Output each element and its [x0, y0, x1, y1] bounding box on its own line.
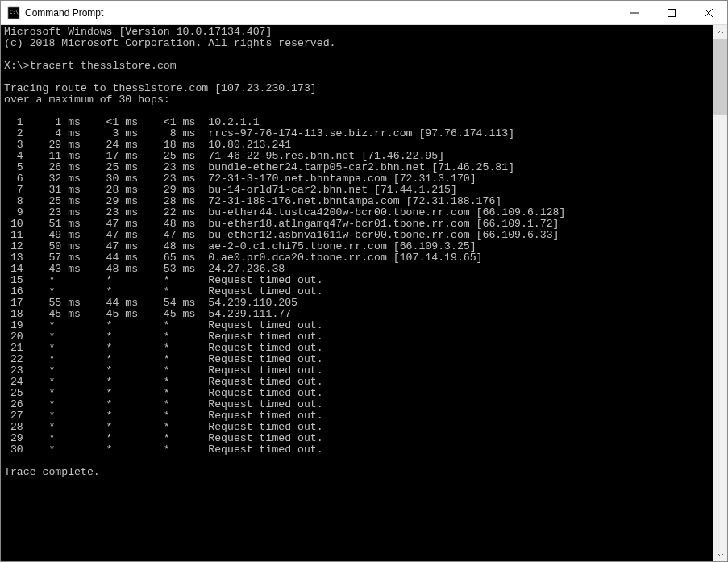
svg-rect-4 — [668, 9, 676, 16]
scroll-down-icon[interactable] — [713, 547, 727, 561]
titlebar[interactable]: C:\ Command Prompt — [1, 1, 727, 25]
svg-text:C:\: C:\ — [10, 9, 19, 15]
window-controls — [616, 1, 727, 24]
command-prompt-window: C:\ Command Prompt Microsoft Windows [Ve… — [0, 0, 728, 562]
scroll-thumb[interactable] — [713, 39, 727, 115]
svg-rect-2 — [10, 15, 12, 15]
vertical-scrollbar[interactable] — [713, 25, 727, 561]
scroll-track[interactable] — [713, 39, 727, 547]
minimize-button[interactable] — [616, 1, 653, 24]
maximize-button[interactable] — [653, 1, 690, 24]
close-button[interactable] — [690, 1, 727, 24]
cmd-icon: C:\ — [7, 6, 20, 19]
terminal-output[interactable]: Microsoft Windows [Version 10.0.17134.40… — [1, 25, 713, 561]
scroll-up-icon[interactable] — [713, 25, 727, 39]
terminal-area: Microsoft Windows [Version 10.0.17134.40… — [1, 25, 727, 561]
window-title: Command Prompt — [25, 7, 616, 19]
